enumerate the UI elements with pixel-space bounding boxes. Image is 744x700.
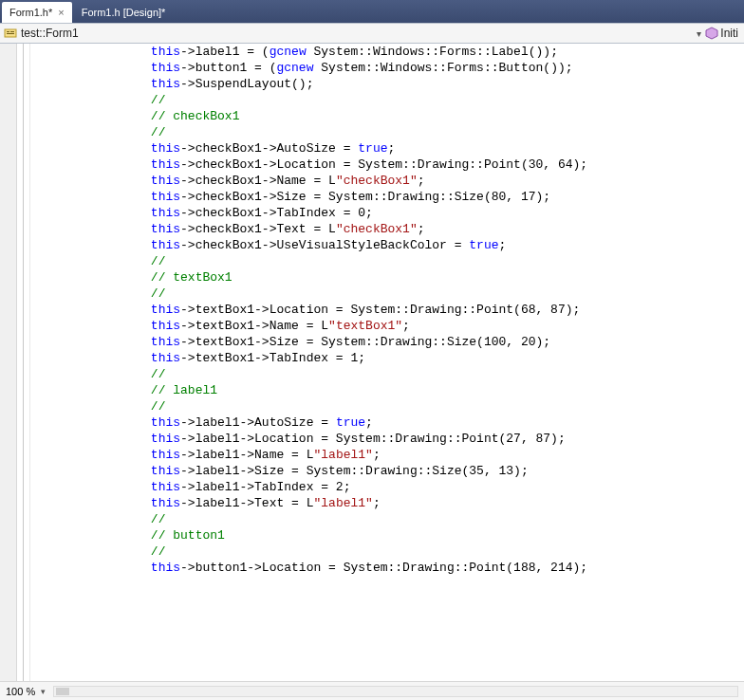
outline-guide <box>23 44 24 681</box>
chevron-down-icon[interactable]: ▾ <box>693 28 705 39</box>
svg-rect-2 <box>10 31 14 32</box>
code-line[interactable]: // <box>32 511 744 527</box>
code-line[interactable]: // <box>32 543 744 560</box>
zoom-level[interactable]: 100 % <box>6 686 35 697</box>
horizontal-scrollbar[interactable] <box>53 686 738 697</box>
outlining-margin <box>17 44 30 681</box>
editor-status-bar: 100 % ▾ <box>0 681 744 700</box>
code-line[interactable]: this->textBox1->Name = L"textBox1"; <box>32 318 744 334</box>
code-line[interactable]: // textBox1 <box>32 269 744 286</box>
code-line[interactable]: // <box>32 398 744 414</box>
navigation-bar: test::Form1 ▾ Initi <box>0 23 744 44</box>
tab-form1-h[interactable]: Form1.h* × <box>2 2 72 23</box>
code-line[interactable]: this->label1 = (gcnew System::Windows::F… <box>32 44 744 60</box>
code-line[interactable]: this->button1 = (gcnew System::Windows::… <box>32 60 744 76</box>
code-line[interactable]: this->checkBox1->AutoSize = true; <box>32 140 744 157</box>
code-line[interactable]: this->checkBox1->Location = System::Draw… <box>32 157 744 173</box>
code-line[interactable]: this->label1->AutoSize = true; <box>32 414 744 431</box>
code-line[interactable]: // checkBox1 <box>32 108 744 124</box>
code-line[interactable]: this->SuspendLayout(); <box>32 76 744 92</box>
svg-marker-4 <box>706 28 717 39</box>
member-dropdown[interactable]: Initi <box>720 27 740 40</box>
indicator-margin <box>0 44 17 681</box>
code-line[interactable]: this->textBox1->TabIndex = 1; <box>32 350 744 366</box>
code-line[interactable]: this->label1->Name = L"label1"; <box>32 447 744 463</box>
code-line[interactable]: this->label1->Location = System::Drawing… <box>32 431 744 447</box>
code-line[interactable]: // <box>32 366 744 382</box>
close-icon[interactable]: × <box>58 7 64 18</box>
code-line[interactable]: // <box>32 253 744 269</box>
code-content[interactable]: this->label1 = (gcnew System::Windows::F… <box>30 44 744 681</box>
code-line[interactable]: this->textBox1->Location = System::Drawi… <box>32 302 744 318</box>
tab-label: Form1.h [Design]* <box>82 7 166 18</box>
code-line[interactable]: this->checkBox1->UseVisualStyleBackColor… <box>32 237 744 253</box>
code-line[interactable]: this->checkBox1->Text = L"checkBox1"; <box>32 221 744 237</box>
chevron-down-icon[interactable]: ▾ <box>41 687 46 696</box>
scope-dropdown[interactable]: test::Form1 <box>21 27 693 40</box>
code-line[interactable]: // label1 <box>32 382 744 398</box>
code-line[interactable]: // <box>32 92 744 108</box>
tab-form1-h-design[interactable]: Form1.h [Design]* <box>74 2 174 23</box>
document-tab-bar: Form1.h* × Form1.h [Design]* <box>0 0 744 23</box>
code-line[interactable]: // <box>32 124 744 140</box>
svg-rect-3 <box>7 33 14 34</box>
code-line[interactable]: this->checkBox1->TabIndex = 0; <box>32 205 744 221</box>
code-line[interactable]: this->label1->TabIndex = 2; <box>32 479 744 495</box>
code-line[interactable]: this->checkBox1->Name = L"checkBox1"; <box>32 173 744 189</box>
class-icon <box>4 27 17 40</box>
code-line[interactable]: this->textBox1->Size = System::Drawing::… <box>32 334 744 350</box>
code-line[interactable]: this->button1->Location = System::Drawin… <box>32 560 744 576</box>
svg-rect-1 <box>7 31 9 32</box>
method-icon <box>705 27 718 40</box>
code-line[interactable]: this->checkBox1->Size = System::Drawing:… <box>32 189 744 205</box>
tab-label: Form1.h* <box>9 7 52 18</box>
code-line[interactable]: // <box>32 286 744 302</box>
scrollbar-thumb[interactable] <box>56 688 69 695</box>
code-editor[interactable]: this->label1 = (gcnew System::Windows::F… <box>0 44 744 681</box>
code-line[interactable]: this->label1->Text = L"label1"; <box>32 495 744 511</box>
code-line[interactable]: // button1 <box>32 527 744 543</box>
code-line[interactable]: this->label1->Size = System::Drawing::Si… <box>32 463 744 479</box>
